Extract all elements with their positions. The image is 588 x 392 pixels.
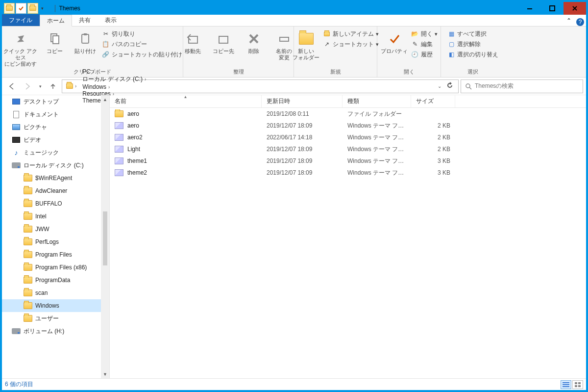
tree-item[interactable]: ローカル ディスク (C:) [2, 159, 101, 172]
close-button[interactable] [564, 2, 586, 15]
nav-tree[interactable]: デスクトップドキュメントピクチャビデオ♪ミュージックローカル ディスク (C:)… [2, 95, 110, 378]
qat-newfolder-icon[interactable] [27, 3, 38, 14]
tree-item[interactable]: ProgramData [2, 274, 101, 287]
tab-view[interactable]: 表示 [98, 14, 124, 26]
file-row[interactable]: aero2019/12/08 0:11ファイル フォルダー [110, 108, 586, 120]
moveto-button[interactable]: 移動先 [179, 28, 207, 54]
file-row[interactable]: theme22019/12/07 18:09Windows テーマ ファ...3… [110, 167, 586, 179]
group-label-open: 開く [404, 68, 415, 77]
tree-item[interactable]: Windows [2, 299, 101, 312]
edit-button[interactable]: ✎編集 [411, 40, 438, 49]
address-dropdown-icon[interactable]: ⌄ [438, 83, 441, 89]
ribbon-collapse-icon[interactable]: ⌃ [564, 15, 574, 26]
tree-item[interactable]: ボリューム (H:) [2, 325, 101, 338]
explorer-window: ▾ │ Themes ファイル ホーム 共有 表示 ⌃ ? クイック アクセス … [0, 0, 588, 392]
tab-file[interactable]: ファイル [2, 14, 40, 26]
back-button[interactable] [5, 79, 19, 93]
file-row[interactable]: Light2019/12/07 18:09Windows テーマ ファ...2 … [110, 143, 586, 155]
breadcrumb-root-icon[interactable]: › [64, 80, 79, 93]
tree-item[interactable]: AdwCleaner [2, 184, 101, 197]
tree-item[interactable]: PerfLogs [2, 235, 101, 248]
tree-item[interactable]: $WinREAgent [2, 172, 101, 184]
svg-rect-15 [575, 385, 577, 387]
desktop-icon [12, 97, 21, 106]
tree-item[interactable]: BUFFALO [2, 197, 101, 210]
ribbon-tabs: ファイル ホーム 共有 表示 ⌃ ? [2, 15, 586, 26]
folder-icon [24, 199, 32, 208]
copy-path-button[interactable]: 📋パスのコピー [102, 40, 182, 49]
vid-icon [12, 135, 21, 144]
tree-scrollbar[interactable]: ▲ ▼ [101, 95, 109, 378]
shortcut-button[interactable]: ↗ショートカット ▾ [323, 40, 379, 49]
paste-shortcut-button[interactable]: 🔗ショートカットの貼り付け [102, 50, 182, 59]
tree-item[interactable]: Program Files (x86) [2, 261, 101, 274]
maximize-button[interactable] [541, 2, 564, 15]
address-bar[interactable]: › PC›ローカル ディスク (C:)›Windows›Resources›Th… [62, 79, 459, 93]
tree-item[interactable]: ドキュメント [2, 108, 101, 121]
tree-item[interactable]: Program Files [2, 248, 101, 261]
tree-item[interactable]: scan [2, 287, 101, 299]
recent-dropdown[interactable]: ▾ [36, 79, 44, 93]
column-type[interactable]: 種類 [343, 95, 411, 107]
view-details-button[interactable] [561, 380, 571, 389]
select-all-button[interactable]: ▦すべて選択 [447, 29, 498, 38]
themefile-icon [115, 168, 123, 177]
open-button[interactable]: 📂開く ▾ [411, 29, 438, 38]
column-name[interactable]: 名前 [110, 95, 262, 107]
tab-share[interactable]: 共有 [72, 14, 98, 26]
tree-item[interactable]: ピクチャ [2, 121, 101, 133]
search-placeholder: Themesの検索 [475, 82, 514, 90]
delete-button[interactable]: 削除 [240, 28, 268, 54]
scroll-up-icon[interactable]: ▲ [101, 95, 109, 104]
view-icons-button[interactable] [572, 380, 583, 389]
refresh-button[interactable] [446, 82, 453, 90]
svg-rect-3 [53, 36, 59, 44]
help-icon[interactable]: ? [576, 18, 584, 26]
breadcrumb-item[interactable]: Windows› [80, 83, 149, 90]
minimize-button[interactable] [518, 2, 541, 15]
svg-point-9 [466, 84, 470, 88]
svg-rect-11 [563, 384, 569, 385]
newitem-button[interactable]: 新しいアイテム ▾ [323, 29, 379, 38]
history-button[interactable]: 🕘履歴 [411, 50, 438, 59]
qat-dropdown-icon[interactable]: ▾ [39, 6, 46, 11]
file-row[interactable]: aero2019/12/07 18:09Windows テーマ ファ...2 K… [110, 120, 586, 131]
tree-item[interactable]: ♪ミュージック [2, 146, 101, 159]
search-input[interactable]: Themesの検索 [461, 79, 583, 93]
up-button[interactable] [46, 79, 60, 93]
copyto-button[interactable]: コピー先 [210, 28, 237, 54]
qat-folder-icon[interactable] [4, 3, 15, 14]
themefile-icon [115, 145, 123, 154]
tree-item[interactable]: ユーザー [2, 312, 101, 325]
column-headers: 名前 更新日時 種類 サイズ [110, 95, 586, 108]
column-size[interactable]: サイズ [411, 95, 455, 107]
svg-rect-13 [575, 382, 577, 384]
group-label-select: 選択 [467, 68, 478, 77]
file-row[interactable]: aero22022/06/17 14:18Windows テーマ ファ...2 … [110, 131, 586, 143]
properties-button[interactable]: プロパティ [381, 28, 408, 54]
tree-item[interactable]: ビデオ [2, 133, 101, 146]
copy-button[interactable]: コピー [41, 28, 69, 54]
invert-selection-button[interactable]: ◧選択の切り替え [447, 50, 498, 59]
tab-home[interactable]: ホーム [40, 15, 72, 26]
scroll-down-icon[interactable]: ▼ [101, 370, 109, 378]
file-list[interactable]: aero2019/12/08 0:11ファイル フォルダーaero2019/12… [110, 108, 586, 378]
column-date[interactable]: 更新日時 [262, 95, 343, 107]
cut-button[interactable]: ✂切り取り [102, 29, 182, 38]
qat-properties-icon[interactable] [16, 3, 26, 14]
doc-icon [12, 110, 21, 119]
pin-to-quickaccess-button[interactable]: クイック アクセス にピン留めする [3, 28, 38, 68]
tree-item[interactable]: Intel [2, 210, 101, 223]
status-bar: 6 個の項目 [2, 378, 586, 390]
paste-button[interactable]: 貼り付け [72, 28, 99, 54]
breadcrumb-item[interactable]: ローカル ディスク (C:)› [80, 75, 149, 83]
newfolder-button[interactable]: 新しい フォルダー [293, 28, 320, 61]
svg-rect-14 [578, 382, 581, 384]
file-row[interactable]: theme12019/12/07 18:09Windows テーマ ファ...3… [110, 155, 586, 167]
breadcrumb-item[interactable]: PC› [80, 68, 149, 75]
folder-icon [24, 314, 32, 323]
select-none-button[interactable]: ▢選択解除 [447, 40, 498, 49]
tree-item[interactable]: デスクトップ [2, 95, 101, 108]
forward-button[interactable] [21, 79, 34, 93]
tree-item[interactable]: JWW [2, 223, 101, 235]
